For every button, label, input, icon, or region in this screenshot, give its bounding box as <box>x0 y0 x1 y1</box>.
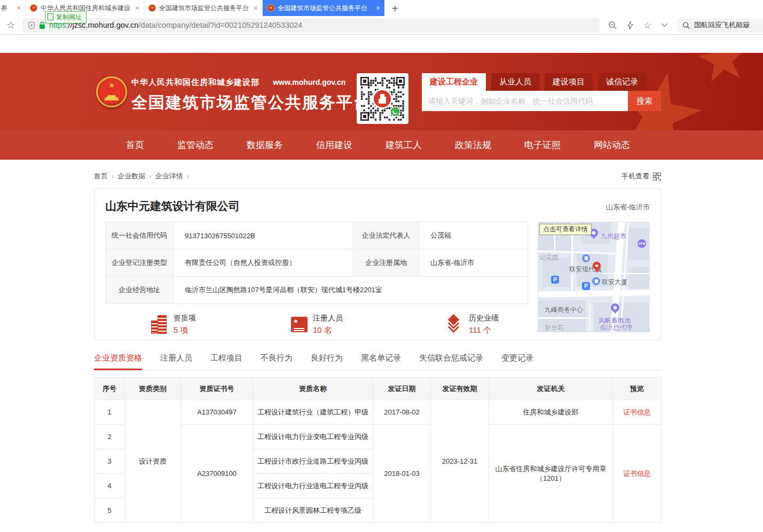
column-header: 发证有效期 <box>431 378 489 400</box>
map-label: 新华苑 <box>545 324 564 332</box>
breadcrumb-link[interactable]: 首页 <box>94 172 108 180</box>
table-cell: 4 <box>95 474 125 498</box>
certificate-info-link[interactable]: 证书信息 <box>613 425 662 523</box>
nav-item[interactable]: 电子证照 <box>524 139 561 151</box>
nav-item[interactable]: 网站动态 <box>594 139 630 151</box>
browser-tab[interactable]: 界× <box>0 0 26 16</box>
close-tab-icon[interactable]: × <box>135 4 139 12</box>
info-label: 企业法定代表人 <box>353 222 419 249</box>
nav-item[interactable]: 监管动态 <box>177 139 214 151</box>
search-tab-3[interactable]: 建设项目 <box>545 73 593 91</box>
search-button[interactable]: 搜索 <box>628 91 661 111</box>
info-label: 统一社会信用代码 <box>106 222 174 249</box>
tab-1[interactable]: 企业资质资格 <box>94 353 142 370</box>
address-field[interactable]: https://jzsc.mohurd.gov.cn/data/company/… <box>22 18 600 33</box>
site-header: 中华人民共和国住房和城乡建设部 www.mohurd.gov.cn 全国建筑市场… <box>0 53 763 130</box>
breadcrumb-link[interactable]: 企业详情 <box>155 172 183 180</box>
table-cell: 2023-12-31 <box>431 400 489 523</box>
browser-tab[interactable]: ★全国建筑市场监管公共服务平台× <box>263 0 384 16</box>
nav-item[interactable]: 建筑工人 <box>386 139 422 151</box>
copy-url-tooltip: 复制网址 <box>45 11 86 24</box>
building-icon <box>151 315 168 334</box>
column-header: 资质名称 <box>253 378 373 400</box>
map-label: 临沂总代理 <box>600 323 632 332</box>
table-row: 1设计资质A137030497工程设计建筑行业（建筑工程）甲级2017-08-0… <box>95 400 662 425</box>
tab-2[interactable]: 注册人员 <box>160 353 192 370</box>
header-search-module: 建设工程企业从业人员建设项目诚信记录 搜索 <box>422 73 661 111</box>
browser-search-input[interactable] <box>694 21 758 29</box>
info-label: 企业注册属地 <box>353 249 419 277</box>
table-cell: 2018-01-03 <box>373 425 431 523</box>
company-stats: 资质项 5 项 注册人员 10 名 历史业绩 <box>105 314 528 335</box>
search-tab-2[interactable]: 从业人员 <box>491 73 539 91</box>
table-cell: 设计资质 <box>125 400 181 523</box>
column-header: 资质类别 <box>125 378 181 400</box>
map-label: 九州超市 <box>601 232 626 241</box>
zoom-out-icon[interactable] <box>608 21 617 30</box>
table-cell: 1 <box>95 400 125 425</box>
company-region: 山东省-临沂市 <box>606 202 650 214</box>
bookmark-star-icon[interactable]: ☆ <box>6 19 22 31</box>
tab-title: 全国建筑市场监管公共服务平台 <box>159 4 250 13</box>
tab-6[interactable]: 黑名单记录 <box>361 353 401 370</box>
keyword-search-input[interactable] <box>422 91 628 111</box>
copy-url-tooltip-label: 复制网址 <box>56 13 82 22</box>
mobile-view-link[interactable]: 手机查看 <box>622 171 661 181</box>
emblem-favicon-icon: ★ <box>148 4 156 12</box>
favorites-star-icon[interactable]: ☆ <box>643 20 651 31</box>
new-tab-button[interactable]: + <box>384 1 406 16</box>
map-label: 记花园 <box>539 253 559 262</box>
stat-value: 111 个 <box>469 325 499 335</box>
tab-title: 界 <box>1 4 13 13</box>
tab-4[interactable]: 不良行为 <box>261 353 293 370</box>
tab-title: 全国建筑市场监管公共服务平台 <box>278 4 373 13</box>
table-row: 企业登记注册类型 有限责任公司（自然人投资或控股） 企业注册属地 山东省-临沂市 <box>106 249 528 277</box>
close-tab-icon[interactable]: × <box>17 4 21 12</box>
close-tab-icon[interactable]: × <box>254 4 258 12</box>
table-cell: 山东省住房和城乡建设厅许可专用章（1201） <box>489 425 613 523</box>
flash-icon[interactable] <box>627 21 634 30</box>
stat-value: 10 名 <box>313 325 343 335</box>
tab-8[interactable]: 变更记录 <box>501 353 533 370</box>
browser-search-box[interactable] <box>678 18 763 33</box>
tab-5[interactable]: 良好行为 <box>311 353 343 370</box>
column-header: 预览 <box>613 378 662 400</box>
shield-icon[interactable] <box>28 21 35 29</box>
parking-icon: P <box>551 276 559 284</box>
column-header: 序号 <box>95 378 125 400</box>
copy-icon <box>49 14 53 20</box>
chevron-down-icon[interactable] <box>661 23 668 27</box>
search-tab-1[interactable]: 建设工程企业 <box>422 73 486 91</box>
nav-item[interactable]: 数据服务 <box>247 139 283 151</box>
nav-item[interactable]: 政策法规 <box>455 139 491 151</box>
platform-title: 全国建筑市场监管公共服务平台 <box>131 92 371 114</box>
info-label: 企业经营地址 <box>106 277 174 304</box>
company-name: 山东中元建筑设计有限公司 <box>105 199 240 214</box>
tab-7[interactable]: 失信联合惩戒记录 <box>419 353 483 370</box>
browser-tab-strip: 界×★中华人民共和国住房和城乡建设×★全国建筑市场监管公共服务平台×★全国建筑市… <box>0 0 763 16</box>
breadcrumb-link[interactable]: 企业数据 <box>117 172 145 180</box>
breadcrumb-separator: › <box>149 172 151 180</box>
browser-tab[interactable]: ★全国建筑市场监管公共服务平台× <box>144 0 263 16</box>
nav-item[interactable]: 首页 <box>126 139 144 151</box>
emblem-favicon-icon: ★ <box>267 4 274 12</box>
emblem-favicon-icon: ★ <box>30 4 37 12</box>
nav-item[interactable]: 信用建设 <box>316 139 352 151</box>
info-label: 企业登记注册类型 <box>106 249 174 277</box>
search-tab-4[interactable]: 诚信记录 <box>598 73 646 91</box>
stat-qualifications: 资质项 5 项 <box>151 314 196 335</box>
location-map[interactable]: 点击可查看详情 九州超市ATM记花园联安现代城联安大厦PP九峰商务中心风帆蓄电池… <box>538 222 650 332</box>
column-header: 发证日期 <box>373 378 431 400</box>
flag-star-decoration <box>725 126 763 130</box>
table-cell: 工程设计市政行业道路工程专业丙级 <box>253 449 373 474</box>
qualification-table: 序号资质类别资质证书号资质名称发证日期发证有效期发证机关预览 1设计资质A137… <box>94 377 662 523</box>
certificate-info-link[interactable]: 证书信息 <box>613 400 662 425</box>
info-value: 临沂市兰山区陶然路107号星河晶都（联安）现代城1号楼2201室 <box>174 277 528 304</box>
table-header-row: 序号资质类别资质证书号资质名称发证日期发证有效期发证机关预览 <box>95 378 662 400</box>
certificate-book-icon <box>291 317 308 332</box>
tab-3[interactable]: 工程项目 <box>210 353 242 370</box>
company-detail-card: 山东中元建筑设计有限公司 山东省-临沂市 统一社会信用代码 9137130267… <box>94 188 661 340</box>
breadcrumb-separator: › <box>112 172 114 180</box>
location-pin-icon <box>593 262 601 270</box>
close-tab-icon[interactable]: × <box>376 4 380 12</box>
